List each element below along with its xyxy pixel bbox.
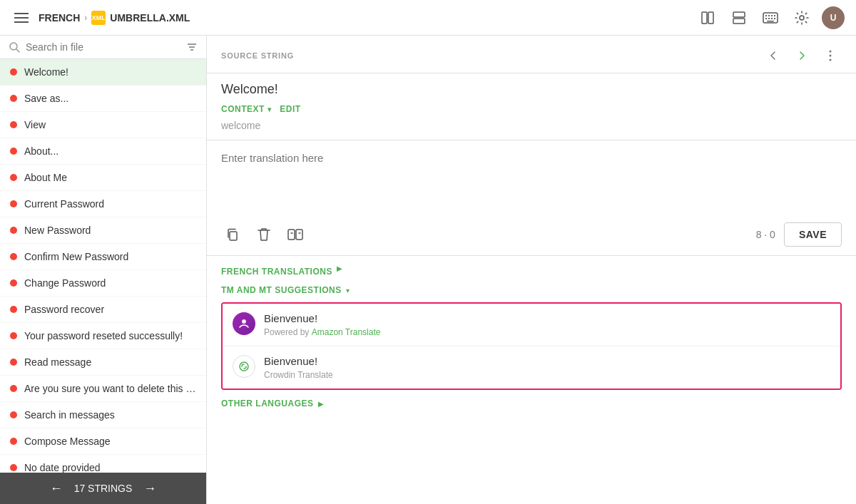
crowdin-icon — [233, 355, 255, 378]
tm-mt-header[interactable]: TM AND MT SUGGESTIONS ▾ — [221, 285, 842, 295]
top-nav: FRENCH › XML UMBRELLA.XML — [0, 0, 856, 36]
search-icon — [9, 41, 20, 53]
amazon-icon — [233, 312, 255, 335]
sidebar-item-label: Password recover — [24, 304, 104, 315]
other-languages-header[interactable]: OTHER LANGUAGES ▶ — [221, 398, 842, 408]
delete-tool-btn[interactable] — [253, 223, 275, 246]
sidebar: Welcome! Save as... View About... About … — [0, 36, 207, 504]
sidebar-item[interactable]: Read message — [0, 349, 206, 376]
more-options-btn[interactable] — [819, 44, 842, 67]
suggestion-sub: Powered by Amazon Translate — [264, 327, 380, 337]
sidebar-item[interactable]: Search in messages — [0, 402, 206, 428]
sidebar-item[interactable]: Are you sure you want to delete this me.… — [0, 376, 206, 402]
svg-rect-25 — [296, 230, 302, 240]
translation-area — [207, 140, 856, 217]
nav-right: U — [696, 6, 845, 29]
sidebar-item[interactable]: Save as... — [0, 86, 206, 112]
status-dot — [10, 359, 17, 366]
svg-rect-3 — [733, 19, 745, 24]
suggestion-card[interactable]: Bienvenue! Crowdin Translate — [223, 346, 840, 389]
svg-rect-1 — [708, 12, 713, 24]
svg-rect-10 — [768, 18, 770, 19]
sidebar-item-label: Are you sure you want to delete this me.… — [24, 383, 196, 394]
edit-btn[interactable]: EDIT — [280, 104, 300, 114]
svg-rect-13 — [767, 21, 774, 22]
avatar[interactable]: U — [822, 6, 845, 29]
sidebar-bottom-bar: ← 17 STRINGS → — [0, 473, 206, 504]
status-dot — [10, 279, 17, 287]
context-value: welcome — [221, 120, 842, 131]
save-button[interactable]: SAVE — [784, 222, 842, 247]
sidebar-item-label: Save as... — [24, 93, 68, 104]
status-dot — [10, 227, 17, 234]
sidebar-item[interactable]: Confirm New Password — [0, 244, 206, 270]
sidebar-item-label: Read message — [24, 356, 91, 368]
sidebar-item[interactable]: Current Password — [0, 191, 206, 217]
svg-rect-8 — [774, 15, 775, 16]
suggestion-text: Bienvenue! — [264, 312, 380, 324]
breadcrumb-lang: FRENCH — [39, 12, 80, 24]
sidebar-list: Welcome! Save as... View About... About … — [0, 59, 206, 473]
editor-stats-save: 8 · 0 SAVE — [756, 222, 842, 247]
filter-icon[interactable] — [186, 41, 198, 53]
svg-point-29 — [240, 362, 248, 371]
context-btn[interactable]: CONTEXT ▾ — [221, 104, 271, 114]
sidebar-search-bar — [0, 36, 206, 59]
svg-point-14 — [800, 16, 804, 20]
editor-tools — [221, 223, 307, 246]
copy-tool-btn[interactable] — [221, 223, 244, 246]
sidebar-item-label: No date provided — [24, 462, 101, 473]
sidebar-item[interactable]: Welcome! — [0, 59, 206, 86]
translation-input[interactable] — [221, 152, 842, 209]
sidebar-item[interactable]: Your password reseted successully! — [0, 323, 206, 349]
sidebar-item[interactable]: No date provided — [0, 455, 206, 473]
prev-strings-btn[interactable]: ← — [50, 481, 63, 496]
svg-rect-11 — [771, 18, 773, 19]
source-header-actions — [762, 44, 842, 67]
sidebar-item-label: Confirm New Password — [24, 251, 128, 262]
suggestion-card[interactable]: Bienvenue! Powered by Amazon Translate — [223, 304, 840, 346]
status-dot — [10, 200, 17, 207]
char-count: 8 · 0 — [756, 229, 775, 240]
source-header: SOURCE STRING — [207, 36, 856, 73]
status-dot — [10, 306, 17, 313]
status-dot — [10, 253, 17, 260]
breadcrumb-file: UMBRELLA.XML — [110, 12, 190, 24]
layout-btn-1[interactable] — [696, 6, 719, 29]
next-string-btn[interactable] — [790, 44, 813, 67]
hamburger-menu[interactable] — [11, 10, 31, 26]
sidebar-item[interactable]: New Password — [0, 217, 206, 244]
source-content: Welcome! CONTEXT ▾ EDIT welcome — [207, 73, 856, 140]
sidebar-item-label: About Me — [24, 172, 67, 183]
sidebar-item[interactable]: Password recover — [0, 297, 206, 323]
svg-point-21 — [830, 55, 832, 57]
status-dot — [10, 174, 17, 181]
sidebar-item-label: Change Password — [24, 277, 106, 289]
other-languages-chevron: ▶ — [318, 400, 324, 408]
layout-btn-2[interactable] — [728, 6, 750, 29]
sidebar-item[interactable]: Change Password — [0, 270, 206, 297]
suggestions-container: Bienvenue! Powered by Amazon Translate B… — [221, 302, 842, 390]
sidebar-item[interactable]: About Me — [0, 165, 206, 191]
settings-btn[interactable] — [790, 6, 813, 29]
svg-point-28 — [242, 319, 246, 324]
french-translations-header[interactable]: FRENCH TRANSLATIONS ▶ — [221, 264, 842, 278]
sidebar-item-label: About... — [24, 145, 58, 157]
status-dot — [10, 438, 17, 445]
keyboard-btn[interactable] — [759, 6, 782, 29]
format-tool-btn[interactable] — [284, 223, 307, 246]
status-dot — [10, 385, 17, 392]
svg-rect-0 — [702, 12, 707, 24]
sidebar-item[interactable]: About... — [0, 138, 206, 165]
prev-string-btn[interactable] — [762, 44, 785, 67]
editor-toolbar: 8 · 0 SAVE — [207, 217, 856, 256]
context-bar: CONTEXT ▾ EDIT — [221, 104, 842, 114]
sidebar-item-label: Current Password — [24, 198, 104, 210]
status-dot — [10, 411, 17, 418]
svg-rect-9 — [765, 18, 767, 19]
sidebar-item[interactable]: Compose Message — [0, 428, 206, 455]
sidebar-item[interactable]: View — [0, 112, 206, 138]
search-input[interactable] — [26, 41, 180, 53]
svg-rect-12 — [774, 18, 775, 19]
next-strings-btn[interactable]: → — [143, 481, 156, 496]
